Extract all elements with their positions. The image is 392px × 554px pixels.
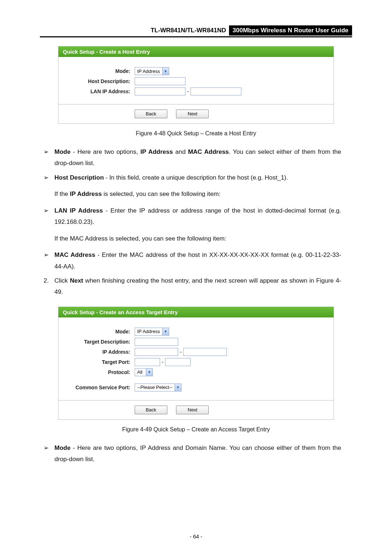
chevron-down-icon: ▼ [175,384,181,391]
next-button[interactable]: Next [176,110,209,118]
label-mode: Mode: [62,329,135,335]
target-port-end-input[interactable] [165,358,191,366]
back-button[interactable]: Back [135,406,167,414]
bullet-arrow-icon: ➢ [44,442,54,465]
label-common-service-port: Common Service Port: [62,385,135,390]
page-number: - 64 - [0,533,392,539]
step-2-text: Click Next when finishing creating the h… [54,275,341,298]
bullet-host-description: Host Description - In this field, create… [54,172,341,183]
common-service-port-value: --Please Pelect-- [135,385,175,390]
target-ip-start-input[interactable] [135,348,178,356]
bullet-arrow-icon: ➢ [44,146,54,169]
panel-title: Quick Setup - Create an Access Target En… [58,307,334,317]
target-mode-value: IP Address [135,329,162,334]
protocol-value: All [135,369,146,375]
range-dash: - [185,89,191,94]
chevron-down-icon: ▼ [162,328,169,335]
bullet-mode: Mode - Here are two options, IP Address … [54,146,341,169]
range-dash: - [160,359,165,365]
chevron-down-icon: ▼ [162,67,169,75]
bullet-arrow-icon: ➢ [44,205,54,228]
panel-title: Quick Setup - Create a Host Entry [58,46,334,57]
label-lan-ip: LAN IP Address: [62,89,135,94]
label-host-description: Host Description: [62,78,135,84]
mode-select[interactable]: IP Address ▼ [135,67,169,75]
bullet-mac-address: MAC Address - Enter the MAC address of t… [54,249,341,272]
label-mode: Mode: [62,68,135,74]
chevron-down-icon: ▼ [146,369,152,376]
label-ip-address: IP Address: [62,349,135,355]
note-mac-selected: If the MAC Address is selected, you can … [54,233,338,244]
figure-access-target-entry: Quick Setup - Create an Access Target En… [58,307,334,420]
note-ip-selected: If the IP Address is selected, you can s… [54,188,338,200]
figure-49-caption: Figure 4-49 Quick Setup – Create an Acce… [40,426,352,433]
lan-ip-end-input[interactable] [191,87,241,95]
lan-ip-start-input[interactable] [135,87,185,95]
common-service-port-select[interactable]: --Please Pelect-- ▼ [135,383,181,391]
range-dash: - [178,349,183,355]
back-button[interactable]: Back [135,110,167,118]
target-mode-select[interactable]: IP Address ▼ [135,328,169,336]
mode-select-value: IP Address [135,69,162,74]
bullet-arrow-icon: ➢ [44,249,54,272]
label-protocol: Protocol: [62,369,135,375]
list-number: 2. [44,275,54,298]
model-number: TL-WR841N/TL-WR841ND [148,26,229,35]
bullet-lan-ip: LAN IP Address - Enter the IP address or… [54,205,341,228]
target-ip-end-input[interactable] [183,348,227,356]
next-button[interactable]: Next [176,406,209,414]
figure-48-caption: Figure 4-48 Quick Setup – Create a Host … [40,130,352,137]
figure-host-entry: Quick Setup - Create a Host Entry Mode: … [58,46,334,124]
bullet-mode-target: Mode - Here are two options, IP Address … [54,442,341,465]
protocol-select[interactable]: All ▼ [135,368,153,376]
bullet-arrow-icon: ➢ [44,172,54,183]
doc-header: TL-WR841N/TL-WR841ND 300Mbps Wireless N … [40,25,352,37]
label-target-description: Target Description: [62,339,135,345]
target-description-input[interactable] [135,338,178,346]
target-port-start-input[interactable] [135,358,160,366]
label-target-port: Target Port: [62,359,135,365]
host-description-input[interactable] [135,77,185,85]
doc-title: 300Mbps Wireless N Router User Guide [229,25,352,36]
